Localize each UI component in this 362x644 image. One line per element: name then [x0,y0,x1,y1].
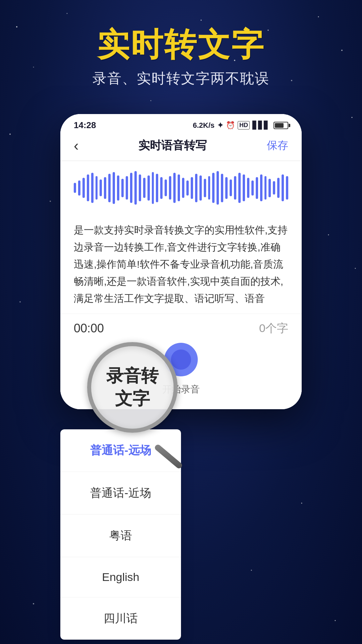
wave-bar [182,178,184,198]
wave-bar [87,174,89,201]
wave-bar [238,173,241,203]
wave-bar [78,180,80,196]
language-option-cantonese[interactable]: 粤语 [60,515,181,557]
wave-bar [286,176,288,200]
language-option-putonghua_near[interactable]: 普通话-近场 [60,472,181,515]
alarm-icon: ⏰ [226,121,235,130]
wave-bar [234,176,236,200]
save-button[interactable]: 保存 [267,138,288,153]
wave-bar [130,173,132,203]
content-area: 是一款支持实时录音转换文字的实用性软件,支持边录音一边转换工作,音文件进行文字转… [60,215,302,314]
wave-bar [212,173,215,203]
status-time: 14:28 [74,120,96,130]
wave-bar [96,176,98,200]
wave-bar [282,174,284,201]
wave-bar [113,172,115,204]
wave-bar [268,179,271,197]
nav-bar: ‹ 实时语音转写 保存 [60,134,302,161]
wave-bar [169,176,171,200]
language-option-sichuan[interactable]: 四川话 [60,597,181,640]
wave-bar [143,178,145,198]
language-option-english[interactable]: English [60,557,181,597]
wave-bar [173,173,176,203]
wave-bar [104,177,106,199]
nav-title: 实时语音转写 [138,138,207,153]
magnifier-text: 录音转 文字 [106,365,159,410]
wave-bar [165,179,167,196]
wave-bar [134,171,137,205]
wave-bar [273,181,275,195]
wave-bar [82,178,85,198]
back-button[interactable]: ‹ [74,137,79,154]
wave-bar [139,174,141,201]
wave-bar [251,180,254,196]
wave-bar [243,174,245,201]
bluetooth-icon: ✦ [217,121,223,130]
wave-bar [247,178,249,198]
hero-title: 实时转文字 [0,27,362,62]
phone-mockup: 14:28 6.2K/s ✦ ⏰ HD ▋▋▋ ‹ 实时语 [60,114,302,409]
wave-bar [156,174,158,202]
wave-bar [91,173,94,203]
wave-bar [191,177,193,199]
content-text: 是一款支持实时录音转换文字的实用性软件,支持边录音一边转换工作,音文件进行文字转… [74,224,288,304]
wave-bar [204,179,206,197]
waveform-area [60,161,302,215]
wave-bar [126,176,128,200]
wave-bar [152,172,154,204]
status-bar: 14:28 6.2K/s ✦ ⏰ HD ▋▋▋ [60,114,302,134]
wave-bar [208,176,210,200]
battery-icon [274,122,288,129]
page: 实时转文字 录音、实时转文字两不耽误 14:28 6.2K/s ✦ ⏰ HD ▋… [0,0,362,644]
timer-display: 00:00 [74,321,104,335]
wave-bar [74,183,76,193]
wave-bar [264,176,267,200]
wave-bar [195,174,197,202]
wave-bar [230,179,232,196]
wave-bar [260,174,262,201]
magnifier-glass: 录音转 文字 [87,342,178,433]
wave-bar [100,179,102,196]
wave-bar [199,175,202,201]
wave-bar [117,175,119,201]
wave-bar [121,179,124,197]
wave-bar [147,175,150,201]
network-speed: 6.2K/s [193,121,215,130]
status-right: 6.2K/s ✦ ⏰ HD ▋▋▋ [193,121,288,130]
wave-bar [217,171,219,205]
wave-bar [225,177,228,199]
timer-row: 00:00 0个字 [74,321,288,336]
char-count: 0个字 [259,321,288,336]
hero-subtitle: 录音、实时转文字两不耽误 [0,69,362,88]
magnifier-overlay: 录音转 文字 [87,342,198,453]
wave-bar [186,180,189,196]
hero-section: 实时转文字 录音、实时转文字两不耽误 [0,0,362,88]
hd-badge: HD [238,121,250,129]
wave-bar [277,178,280,198]
wave-bar [108,174,111,202]
wave-bar [256,177,258,199]
language-dropdown: 普通话-远场普通话-近场粤语English四川话 [60,429,181,640]
wave-bar [221,174,223,202]
wave-bar [160,177,163,199]
wave-bar [178,174,180,201]
signal-icon: ▋▋▋ [252,121,269,130]
